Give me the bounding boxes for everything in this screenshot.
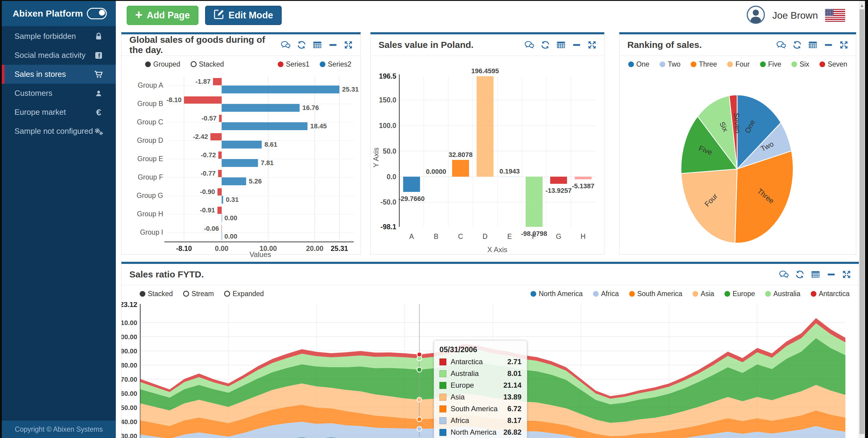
legend-item-one[interactable]: One [628, 60, 649, 68]
svg-text:110.00: 110.00 [122, 319, 137, 327]
svg-text:A: A [409, 233, 414, 240]
bar [221, 225, 222, 232]
legend-item-australia[interactable]: Australia [765, 290, 800, 298]
svg-text:-8.10: -8.10 [166, 96, 182, 104]
minimize-icon[interactable] [824, 41, 833, 49]
user-name: Joe Brown [772, 10, 818, 21]
legend-item-six[interactable]: Six [792, 60, 809, 68]
radio-selected-icon [145, 62, 151, 67]
refresh-icon[interactable] [795, 270, 804, 279]
mode-toggle-grouped[interactable]: Grouped [145, 60, 180, 68]
expand-icon[interactable] [842, 270, 851, 279]
chat-icon[interactable] [776, 41, 786, 49]
svg-text:C: C [458, 233, 463, 240]
us-flag-icon[interactable] [825, 9, 845, 22]
bar [222, 196, 223, 204]
legend-dot-icon [724, 291, 730, 297]
mode-toggle-expanded[interactable]: Expanded [224, 290, 264, 298]
minimize-icon[interactable] [827, 271, 836, 278]
svg-text:Group C: Group C [137, 118, 163, 126]
panel-header: Sales ratio FYTD. [122, 264, 859, 285]
scrollbar-up-arrow[interactable]: ▲ [859, 1, 865, 9]
grouped-bar-chart[interactable]: -1.8725.31Group A-8.1016.76Group B-0.571… [122, 73, 361, 259]
cart-icon [93, 70, 104, 79]
svg-text:-0.90: -0.90 [200, 188, 215, 196]
chat-icon[interactable] [779, 270, 789, 279]
legend-item-seven[interactable]: Seven [819, 60, 847, 68]
sidebar-item-customers[interactable]: Customers [2, 84, 116, 103]
add-page-button[interactable]: + Add Page [127, 6, 198, 25]
hover-point [417, 352, 422, 357]
panel-title: Global sales of goods during of the day. [129, 35, 281, 55]
svg-text:Group F: Group F [138, 173, 163, 181]
facebook-icon: f [93, 51, 104, 60]
svg-text:F: F [532, 233, 536, 240]
sidebar-toggle-icon[interactable] [87, 8, 107, 19]
panel-global-sales: Global sales of goods during of the day.… [121, 32, 361, 255]
scrollbar-thumb[interactable] [860, 9, 864, 434]
chat-icon[interactable] [525, 41, 534, 49]
svg-text:50.00: 50.00 [122, 404, 137, 411]
svg-text:100.0: 100.0 [379, 122, 396, 130]
legend-item-south-america[interactable]: South America [629, 290, 683, 298]
legend-dot-icon [765, 291, 771, 297]
sidebar-item-europe-market[interactable]: Europe market € [2, 103, 116, 122]
svg-text:-5.1387: -5.1387 [572, 182, 594, 190]
legend-item-series2[interactable]: Series2 [320, 60, 351, 68]
sidebar-item-sample-forbidden[interactable]: Sample forbidden [2, 27, 116, 46]
legend-item-africa[interactable]: Africa [593, 290, 619, 298]
table-icon[interactable] [556, 41, 565, 49]
svg-text:60.00: 60.00 [122, 390, 137, 397]
table-icon[interactable] [811, 271, 820, 278]
svg-text:-0.91: -0.91 [200, 206, 215, 214]
expand-icon[interactable] [588, 41, 596, 49]
brand-title: Abixen Platform [13, 8, 83, 19]
legend-item-antarctica[interactable]: Antarctica [811, 290, 849, 298]
refresh-icon[interactable] [793, 41, 802, 49]
legend-item-asia[interactable]: Asia [692, 290, 714, 298]
expand-icon[interactable] [840, 41, 848, 49]
svg-text:5.26: 5.26 [249, 177, 262, 185]
legend-dot-icon [530, 291, 536, 297]
expand-icon[interactable] [344, 41, 352, 49]
table-icon[interactable] [313, 41, 322, 49]
bar [218, 151, 222, 159]
sidebar-item-sample-not-configured[interactable]: Sample not configured [2, 122, 116, 141]
legend-item-three[interactable]: Three [691, 60, 717, 68]
sidebar-item-sales-in-stores[interactable]: Sales in stores [2, 65, 116, 84]
stacked-area-chart[interactable]: 110.00100.0090.0080.0070.0060.0050.0040.… [122, 302, 859, 438]
avatar[interactable] [746, 5, 765, 25]
svg-text:f: f [98, 53, 100, 59]
table-icon[interactable] [808, 41, 817, 49]
bar [222, 86, 339, 93]
mode-toggle-stacked[interactable]: Stacked [191, 60, 224, 68]
tooltip-row: South America6.72 [439, 405, 522, 413]
legend-item-series1[interactable]: Series1 [278, 60, 309, 68]
legend-dot-icon [792, 62, 797, 67]
svg-text:-0.72: -0.72 [201, 151, 216, 159]
edit-mode-button[interactable]: Edit Mode [205, 6, 282, 25]
bar-chart[interactable]: 196.5150.0100.050.00.0-50.0-98.1-29.7660… [371, 58, 604, 257]
refresh-icon[interactable] [297, 41, 306, 49]
legend-item-four[interactable]: Four [727, 60, 749, 68]
radio-icon [224, 291, 230, 297]
legend-item-north-america[interactable]: North America [530, 290, 583, 298]
chat-icon[interactable] [281, 41, 290, 49]
svg-text:-2.42: -2.42 [193, 133, 208, 140]
refresh-icon[interactable] [541, 41, 550, 49]
legend-item-europe[interactable]: Europe [724, 290, 755, 298]
hover-point [417, 417, 422, 422]
legend-item-two[interactable]: Two [660, 60, 680, 68]
minimize-icon[interactable] [329, 41, 338, 49]
svg-text:0.1943: 0.1943 [499, 167, 520, 175]
sidebar: Abixen Platform Sample forbidden Social … [2, 1, 116, 438]
mode-toggle-stacked[interactable]: Stacked [140, 290, 173, 298]
pie-chart[interactable]: OneTwoThreeFourFiveSixSeven [619, 73, 856, 255]
page-scrollbar[interactable]: ▲ [859, 1, 865, 438]
legend-item-five[interactable]: Five [760, 60, 781, 68]
svg-text:70.00: 70.00 [122, 376, 137, 383]
user-menu[interactable]: Joe Brown [746, 5, 845, 25]
sidebar-item-social-media-activity[interactable]: Social media activity f [2, 46, 116, 65]
minimize-icon[interactable] [572, 41, 581, 49]
mode-toggle-stream[interactable]: Stream [183, 290, 214, 298]
